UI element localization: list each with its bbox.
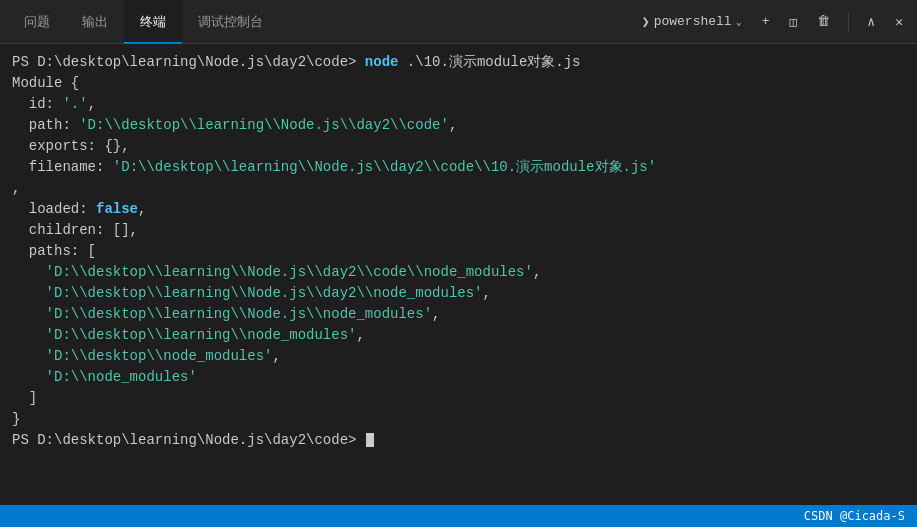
split-icon: ◫ <box>790 14 798 30</box>
toolbar-right: ❯ powershell ⌄ + ◫ 🗑 ∧ ✕ <box>636 10 909 34</box>
terminal-line-18: } <box>12 409 905 430</box>
chevron-down-icon: ⌄ <box>736 16 742 28</box>
terminal-line-3: id: '.', <box>12 94 905 115</box>
terminal-line-16: 'D:\\node_modules' <box>12 367 905 388</box>
shell-label: powershell <box>654 14 732 29</box>
tab-debug-console[interactable]: 调试控制台 <box>182 0 279 44</box>
tab-bar: 问题 输出 终端 调试控制台 ❯ powershell ⌄ + ◫ 🗑 ∧ <box>0 0 917 44</box>
command-keyword: node <box>365 54 399 70</box>
status-bar: CSDN @Cicada-S <box>0 505 917 527</box>
terminal-line-7: , <box>12 178 905 199</box>
plus-icon: + <box>762 14 770 29</box>
tab-output-label: 输出 <box>82 13 108 31</box>
tab-debug-console-label: 调试控制台 <box>198 13 263 31</box>
terminal-line-6: filename: 'D:\\desktop\\learning\\Node.j… <box>12 157 905 178</box>
close-panel-button[interactable]: ✕ <box>889 10 909 34</box>
terminal-line-5: exports: {}, <box>12 136 905 157</box>
terminal-line-12: 'D:\\desktop\\learning\\Node.js\\day2\\n… <box>12 283 905 304</box>
terminal-line-9: children: [], <box>12 220 905 241</box>
terminal-line-19: PS D:\desktop\learning\Node.js\day2\code… <box>12 430 905 451</box>
terminal-cursor <box>366 433 374 447</box>
close-icon: ✕ <box>895 14 903 30</box>
add-terminal-button[interactable]: + <box>756 10 776 33</box>
tab-terminal-label: 终端 <box>140 13 166 31</box>
tab-issues-label: 问题 <box>24 13 50 31</box>
terminal-line-2: Module { <box>12 73 905 94</box>
terminal-icon: ❯ <box>642 14 650 30</box>
terminal-line-15: 'D:\\desktop\\node_modules', <box>12 346 905 367</box>
terminal-line-4: path: 'D:\\desktop\\learning\\Node.js\\d… <box>12 115 905 136</box>
terminal-line-11: 'D:\\desktop\\learning\\Node.js\\day2\\c… <box>12 262 905 283</box>
tab-issues[interactable]: 问题 <box>8 0 66 44</box>
terminal-line-8: loaded: false, <box>12 199 905 220</box>
terminal-line-13: 'D:\\desktop\\learning\\Node.js\\node_mo… <box>12 304 905 325</box>
chevron-up-icon: ∧ <box>867 14 875 30</box>
terminal-line-1: PS D:\desktop\learning\Node.js\day2\code… <box>12 52 905 73</box>
tab-output[interactable]: 输出 <box>66 0 124 44</box>
terminal-content[interactable]: PS D:\desktop\learning\Node.js\day2\code… <box>0 44 917 505</box>
status-credit: CSDN @Cicada-S <box>804 509 905 523</box>
terminal-line-17: ] <box>12 388 905 409</box>
delete-terminal-button[interactable]: 🗑 <box>811 10 836 33</box>
terminal-line-14: 'D:\\desktop\\learning\\node_modules', <box>12 325 905 346</box>
split-terminal-button[interactable]: ◫ <box>784 10 804 34</box>
trash-icon: 🗑 <box>817 14 830 29</box>
tab-terminal[interactable]: 终端 <box>124 0 182 44</box>
maximize-panel-button[interactable]: ∧ <box>861 10 881 34</box>
shell-selector-button[interactable]: ❯ powershell ⌄ <box>636 10 748 34</box>
terminal-line-10: paths: [ <box>12 241 905 262</box>
toolbar-divider <box>848 12 849 32</box>
prompt-text: PS D:\desktop\learning\Node.js\day2\code… <box>12 54 365 70</box>
command-args: .\10.演示module对象.js <box>398 54 580 70</box>
